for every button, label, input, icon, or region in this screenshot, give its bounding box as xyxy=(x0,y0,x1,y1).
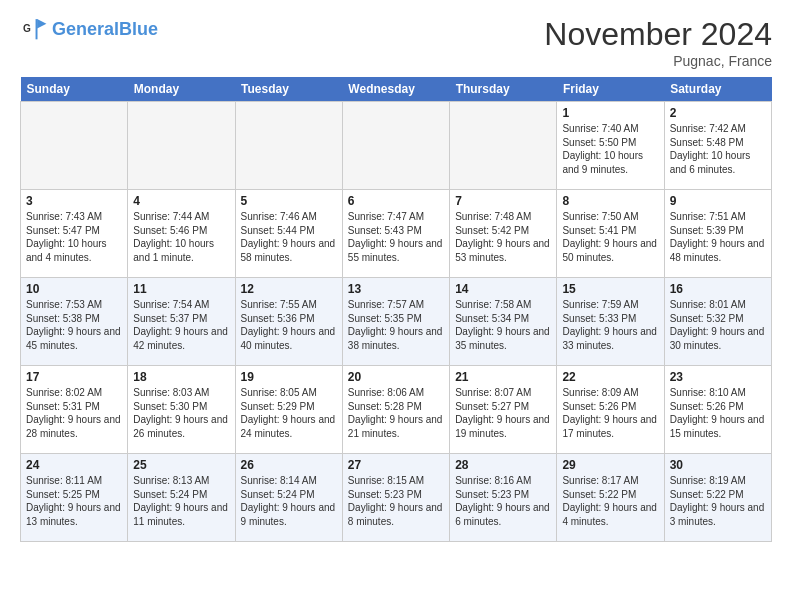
day-info: Sunrise: 7:43 AM Sunset: 5:47 PM Dayligh… xyxy=(26,210,122,264)
calendar-cell: 1Sunrise: 7:40 AM Sunset: 5:50 PM Daylig… xyxy=(557,102,664,190)
day-number: 14 xyxy=(455,282,551,296)
day-info: Sunrise: 7:51 AM Sunset: 5:39 PM Dayligh… xyxy=(670,210,766,264)
day-number: 22 xyxy=(562,370,658,384)
calendar-cell: 16Sunrise: 8:01 AM Sunset: 5:32 PM Dayli… xyxy=(664,278,771,366)
day-info: Sunrise: 8:01 AM Sunset: 5:32 PM Dayligh… xyxy=(670,298,766,352)
calendar-cell: 7Sunrise: 7:48 AM Sunset: 5:42 PM Daylig… xyxy=(450,190,557,278)
day-number: 10 xyxy=(26,282,122,296)
calendar-cell: 2Sunrise: 7:42 AM Sunset: 5:48 PM Daylig… xyxy=(664,102,771,190)
col-thursday: Thursday xyxy=(450,77,557,102)
calendar-cell: 25Sunrise: 8:13 AM Sunset: 5:24 PM Dayli… xyxy=(128,454,235,542)
day-number: 29 xyxy=(562,458,658,472)
day-info: Sunrise: 7:54 AM Sunset: 5:37 PM Dayligh… xyxy=(133,298,229,352)
day-number: 5 xyxy=(241,194,337,208)
day-number: 12 xyxy=(241,282,337,296)
day-info: Sunrise: 8:02 AM Sunset: 5:31 PM Dayligh… xyxy=(26,386,122,440)
calendar-cell: 5Sunrise: 7:46 AM Sunset: 5:44 PM Daylig… xyxy=(235,190,342,278)
calendar-cell: 29Sunrise: 8:17 AM Sunset: 5:22 PM Dayli… xyxy=(557,454,664,542)
day-info: Sunrise: 7:46 AM Sunset: 5:44 PM Dayligh… xyxy=(241,210,337,264)
day-number: 25 xyxy=(133,458,229,472)
week-row-5: 24Sunrise: 8:11 AM Sunset: 5:25 PM Dayli… xyxy=(21,454,772,542)
calendar-cell: 30Sunrise: 8:19 AM Sunset: 5:22 PM Dayli… xyxy=(664,454,771,542)
day-info: Sunrise: 8:09 AM Sunset: 5:26 PM Dayligh… xyxy=(562,386,658,440)
day-number: 7 xyxy=(455,194,551,208)
day-info: Sunrise: 7:48 AM Sunset: 5:42 PM Dayligh… xyxy=(455,210,551,264)
calendar-cell: 13Sunrise: 7:57 AM Sunset: 5:35 PM Dayli… xyxy=(342,278,449,366)
calendar-table: Sunday Monday Tuesday Wednesday Thursday… xyxy=(20,77,772,542)
calendar-cell: 15Sunrise: 7:59 AM Sunset: 5:33 PM Dayli… xyxy=(557,278,664,366)
week-row-4: 17Sunrise: 8:02 AM Sunset: 5:31 PM Dayli… xyxy=(21,366,772,454)
day-info: Sunrise: 7:59 AM Sunset: 5:33 PM Dayligh… xyxy=(562,298,658,352)
svg-text:G: G xyxy=(23,23,31,34)
location: Pugnac, France xyxy=(544,53,772,69)
day-number: 30 xyxy=(670,458,766,472)
day-number: 1 xyxy=(562,106,658,120)
col-friday: Friday xyxy=(557,77,664,102)
col-sunday: Sunday xyxy=(21,77,128,102)
day-number: 26 xyxy=(241,458,337,472)
day-number: 8 xyxy=(562,194,658,208)
calendar-cell: 17Sunrise: 8:02 AM Sunset: 5:31 PM Dayli… xyxy=(21,366,128,454)
calendar-cell: 4Sunrise: 7:44 AM Sunset: 5:46 PM Daylig… xyxy=(128,190,235,278)
day-info: Sunrise: 8:17 AM Sunset: 5:22 PM Dayligh… xyxy=(562,474,658,528)
logo-icon: G xyxy=(20,16,48,44)
calendar-cell: 11Sunrise: 7:54 AM Sunset: 5:37 PM Dayli… xyxy=(128,278,235,366)
calendar-cell: 23Sunrise: 8:10 AM Sunset: 5:26 PM Dayli… xyxy=(664,366,771,454)
day-info: Sunrise: 8:10 AM Sunset: 5:26 PM Dayligh… xyxy=(670,386,766,440)
calendar-cell: 22Sunrise: 8:09 AM Sunset: 5:26 PM Dayli… xyxy=(557,366,664,454)
calendar-cell: 14Sunrise: 7:58 AM Sunset: 5:34 PM Dayli… xyxy=(450,278,557,366)
day-number: 6 xyxy=(348,194,444,208)
day-info: Sunrise: 7:47 AM Sunset: 5:43 PM Dayligh… xyxy=(348,210,444,264)
day-number: 16 xyxy=(670,282,766,296)
day-number: 23 xyxy=(670,370,766,384)
day-info: Sunrise: 8:11 AM Sunset: 5:25 PM Dayligh… xyxy=(26,474,122,528)
svg-rect-3 xyxy=(36,19,38,39)
calendar-cell: 12Sunrise: 7:55 AM Sunset: 5:36 PM Dayli… xyxy=(235,278,342,366)
calendar-cell: 18Sunrise: 8:03 AM Sunset: 5:30 PM Dayli… xyxy=(128,366,235,454)
day-info: Sunrise: 8:15 AM Sunset: 5:23 PM Dayligh… xyxy=(348,474,444,528)
day-info: Sunrise: 8:05 AM Sunset: 5:29 PM Dayligh… xyxy=(241,386,337,440)
day-info: Sunrise: 7:57 AM Sunset: 5:35 PM Dayligh… xyxy=(348,298,444,352)
day-number: 21 xyxy=(455,370,551,384)
calendar-cell: 8Sunrise: 7:50 AM Sunset: 5:41 PM Daylig… xyxy=(557,190,664,278)
day-number: 28 xyxy=(455,458,551,472)
day-info: Sunrise: 7:40 AM Sunset: 5:50 PM Dayligh… xyxy=(562,122,658,176)
calendar-cell xyxy=(342,102,449,190)
day-number: 24 xyxy=(26,458,122,472)
calendar-cell xyxy=(450,102,557,190)
month-title: November 2024 xyxy=(544,16,772,53)
day-number: 17 xyxy=(26,370,122,384)
calendar-cell: 6Sunrise: 7:47 AM Sunset: 5:43 PM Daylig… xyxy=(342,190,449,278)
week-row-1: 1Sunrise: 7:40 AM Sunset: 5:50 PM Daylig… xyxy=(21,102,772,190)
day-info: Sunrise: 7:58 AM Sunset: 5:34 PM Dayligh… xyxy=(455,298,551,352)
logo-text: GeneralBlue xyxy=(52,20,158,40)
day-info: Sunrise: 8:19 AM Sunset: 5:22 PM Dayligh… xyxy=(670,474,766,528)
day-number: 13 xyxy=(348,282,444,296)
col-monday: Monday xyxy=(128,77,235,102)
week-row-3: 10Sunrise: 7:53 AM Sunset: 5:38 PM Dayli… xyxy=(21,278,772,366)
logo: G GeneralBlue xyxy=(20,16,158,44)
calendar-cell xyxy=(235,102,342,190)
day-number: 3 xyxy=(26,194,122,208)
header-row: Sunday Monday Tuesday Wednesday Thursday… xyxy=(21,77,772,102)
day-number: 2 xyxy=(670,106,766,120)
day-number: 19 xyxy=(241,370,337,384)
col-wednesday: Wednesday xyxy=(342,77,449,102)
calendar-cell: 27Sunrise: 8:15 AM Sunset: 5:23 PM Dayli… xyxy=(342,454,449,542)
day-number: 11 xyxy=(133,282,229,296)
calendar-cell xyxy=(21,102,128,190)
day-info: Sunrise: 7:42 AM Sunset: 5:48 PM Dayligh… xyxy=(670,122,766,176)
day-number: 27 xyxy=(348,458,444,472)
calendar-page: G GeneralBlue November 2024 Pugnac, Fran… xyxy=(0,0,792,612)
day-info: Sunrise: 8:07 AM Sunset: 5:27 PM Dayligh… xyxy=(455,386,551,440)
day-number: 20 xyxy=(348,370,444,384)
day-number: 9 xyxy=(670,194,766,208)
day-info: Sunrise: 8:14 AM Sunset: 5:24 PM Dayligh… xyxy=(241,474,337,528)
day-info: Sunrise: 7:55 AM Sunset: 5:36 PM Dayligh… xyxy=(241,298,337,352)
calendar-cell: 26Sunrise: 8:14 AM Sunset: 5:24 PM Dayli… xyxy=(235,454,342,542)
day-info: Sunrise: 8:16 AM Sunset: 5:23 PM Dayligh… xyxy=(455,474,551,528)
day-info: Sunrise: 8:03 AM Sunset: 5:30 PM Dayligh… xyxy=(133,386,229,440)
day-info: Sunrise: 8:06 AM Sunset: 5:28 PM Dayligh… xyxy=(348,386,444,440)
calendar-cell: 10Sunrise: 7:53 AM Sunset: 5:38 PM Dayli… xyxy=(21,278,128,366)
day-info: Sunrise: 8:13 AM Sunset: 5:24 PM Dayligh… xyxy=(133,474,229,528)
